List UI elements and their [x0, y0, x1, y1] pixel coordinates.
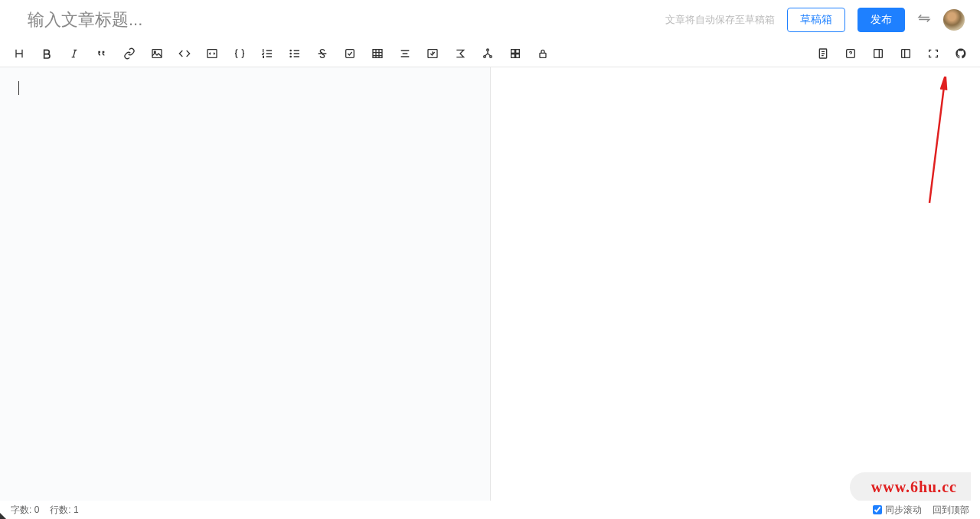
align-icon[interactable] [398, 47, 412, 60]
title-input[interactable] [28, 10, 665, 30]
diagram-icon[interactable] [481, 47, 495, 60]
split-left-icon[interactable] [899, 47, 913, 60]
lock-icon[interactable] [536, 47, 550, 60]
toolbar-left [12, 47, 550, 60]
svg-point-4 [290, 53, 291, 54]
braces-icon[interactable] [233, 47, 247, 60]
github-icon[interactable] [954, 47, 968, 60]
avatar[interactable] [943, 9, 965, 31]
toolbar [0, 40, 980, 67]
strike-icon[interactable] [315, 47, 329, 60]
svg-point-11 [490, 55, 492, 57]
ol-icon[interactable] [260, 47, 274, 60]
svg-rect-14 [511, 54, 515, 57]
table-icon[interactable] [371, 47, 384, 60]
doc-icon[interactable] [816, 47, 830, 60]
cursor [18, 81, 19, 95]
heading-icon[interactable] [12, 47, 26, 60]
svg-rect-6 [346, 49, 354, 57]
image-icon[interactable] [150, 47, 164, 60]
split-right-icon[interactable] [871, 47, 885, 60]
sync-scroll-checkbox[interactable] [873, 505, 882, 514]
publish-button[interactable]: 发布 [858, 8, 905, 32]
header: 文章将自动保存至草稿箱 草稿箱 发布 [0, 0, 980, 40]
codeblock-icon[interactable] [205, 47, 219, 60]
code-icon[interactable] [178, 47, 191, 60]
watermark: www.6hu.cc [850, 472, 971, 502]
line-count: 行数: 1 [50, 504, 78, 517]
sync-scroll-label: 同步滚动 [885, 504, 922, 517]
svg-point-3 [290, 50, 291, 51]
task-icon[interactable] [343, 47, 357, 60]
toolbar-right [816, 47, 968, 60]
footer: 字数: 0 行数: 1 同步滚动 回到顶部 [0, 501, 980, 519]
svg-point-9 [487, 49, 489, 51]
italic-icon[interactable] [67, 47, 81, 60]
swap-icon[interactable] [917, 11, 931, 28]
preview-pane [490, 67, 980, 501]
footer-left: 字数: 0 行数: 1 [11, 504, 79, 517]
link-icon[interactable] [122, 47, 136, 60]
back-to-top-link[interactable]: 回到顶部 [933, 504, 969, 517]
grid-icon[interactable] [508, 47, 522, 60]
svg-rect-7 [373, 49, 382, 57]
ul-icon[interactable] [288, 47, 302, 60]
svg-point-10 [484, 55, 486, 57]
autosave-status: 文章将自动保存至草稿箱 [665, 13, 775, 27]
svg-rect-20 [902, 49, 910, 57]
help-icon[interactable] [844, 47, 858, 60]
svg-point-5 [290, 56, 291, 57]
corner-triangle [0, 513, 6, 519]
drafts-button[interactable]: 草稿箱 [787, 8, 845, 32]
editor-pane[interactable] [0, 67, 490, 501]
svg-rect-12 [511, 49, 515, 53]
word-count: 字数: 0 [11, 504, 39, 517]
bold-icon[interactable] [40, 47, 54, 60]
formula-icon[interactable] [453, 47, 467, 60]
insert-image-icon[interactable] [426, 47, 439, 60]
editor-area [0, 67, 980, 501]
footer-right: 同步滚动 回到顶部 [873, 504, 969, 517]
quote-icon[interactable] [95, 47, 109, 60]
svg-rect-15 [516, 54, 520, 57]
header-actions: 文章将自动保存至草稿箱 草稿箱 发布 [665, 8, 965, 32]
fullscreen-icon[interactable] [926, 47, 940, 60]
svg-rect-16 [540, 53, 546, 57]
svg-rect-13 [516, 49, 520, 53]
sync-scroll-toggle[interactable]: 同步滚动 [873, 504, 922, 517]
svg-rect-19 [874, 49, 883, 57]
